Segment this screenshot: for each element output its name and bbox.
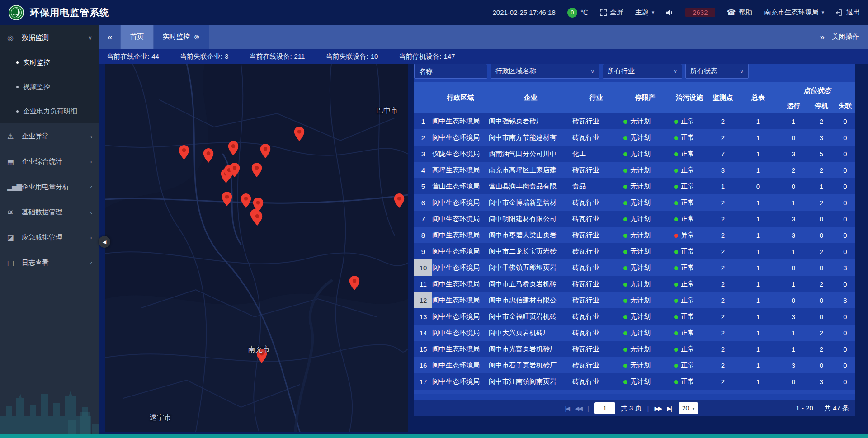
- table-row[interactable]: 14阆中生态环境局阆中大兴页岩机砖厂砖瓦行业无计划正常21120: [414, 325, 855, 341]
- cell-facility: 正常: [670, 194, 708, 211]
- tabs-scroll-left-button[interactable]: «: [99, 25, 120, 49]
- sidebar-item-video-monitor[interactable]: 视频监控: [0, 75, 99, 99]
- cell-region: 阆中生态环境局: [432, 276, 489, 292]
- tab-label: 首页: [130, 33, 144, 41]
- table-row[interactable]: 7阆中生态环境局阆中明阳建材有限公司砖瓦行业无计划正常21300: [414, 211, 855, 227]
- limit-status-label: 无计划: [630, 345, 651, 353]
- theme-dropdown[interactable]: 主题 ▾: [635, 8, 655, 17]
- sidebar-item-data-monitor[interactable]: ◎数据监测∨: [0, 25, 99, 50]
- map-pin[interactable]: [294, 127, 305, 143]
- page-title: 环保用电监管系统: [30, 6, 109, 19]
- cell-run: 1: [779, 341, 808, 357]
- table-row[interactable]: 12阆中生态环境局阆中市忠信建材有限公砖瓦行业无计划正常21003: [414, 292, 855, 308]
- gauge-icon: ◎: [7, 33, 18, 42]
- temperature-unit: ℃: [580, 9, 588, 17]
- table-row[interactable]: 6阆中生态环境局阆中市金博瑞新型墙材砖瓦行业无计划正常21120: [414, 194, 855, 211]
- limit-status-label: 无计划: [630, 264, 651, 271]
- name-filter-input[interactable]: [414, 64, 487, 79]
- next-page-button[interactable]: ▶▶: [654, 405, 661, 412]
- map-collapse-handle[interactable]: ◀: [99, 236, 110, 248]
- sidebar-item-power-load-detail[interactable]: 企业电力负荷明细: [0, 99, 99, 123]
- table-row[interactable]: 2阆中生态环境局阆中市南方节能建材有砖瓦行业无计划正常21030: [414, 129, 855, 146]
- table-row[interactable]: 5营山生态环境局营山县润丰肉食品有限食品无计划正常10010: [414, 178, 855, 194]
- table-row[interactable]: 18南部生态环境局南部县永荣建材有限公砖瓦行业无计划正常21030: [414, 390, 855, 394]
- status-dot-green: [623, 152, 627, 156]
- map-pin[interactable]: [228, 141, 238, 157]
- map-pin[interactable]: [203, 148, 214, 165]
- stat-label: 当前在线企业:: [107, 52, 149, 60]
- announcement-button[interactable]: [666, 9, 674, 16]
- org-dropdown[interactable]: 南充市生态环境局 ▾: [764, 8, 824, 17]
- map-pin[interactable]: [179, 145, 189, 161]
- last-page-button[interactable]: ▶|: [667, 405, 671, 412]
- page-number-input[interactable]: [594, 402, 615, 414]
- table-row[interactable]: 17阆中生态环境局阆中市江南镇阆南页岩砖瓦行业无计划正常21030: [414, 373, 855, 390]
- map-pin[interactable]: [260, 144, 271, 160]
- table-row[interactable]: 3仪陇生态环境局西南油气田分公司川中化工无计划正常71350: [414, 146, 855, 162]
- help-button[interactable]: ☎ 帮助: [727, 8, 753, 17]
- alarm-count-badge[interactable]: 2632: [685, 8, 715, 17]
- cell-no: 16: [414, 357, 432, 373]
- table-row[interactable]: 8阆中生态环境局阆中市枣碧大梁山页岩砖瓦行业无计划异常21300: [414, 227, 855, 243]
- cell-meters: 1: [737, 211, 779, 227]
- cell-region: 营山生态环境局: [432, 178, 489, 194]
- cell-points: 2: [708, 357, 737, 373]
- cell-points: 2: [708, 227, 737, 243]
- fullscreen-icon: [600, 9, 607, 16]
- tabs-scroll-right-button[interactable]: »: [820, 32, 825, 42]
- first-page-button[interactable]: |◀: [565, 405, 569, 412]
- sidebar-item-enterprise-statistics[interactable]: ▦企业综合统计‹: [0, 149, 99, 174]
- sidebar-item-power-analysis[interactable]: ▂▅▇企业用电量分析‹: [0, 174, 99, 199]
- limit-status-label: 无计划: [630, 394, 651, 395]
- record-range-label: 1 - 20: [796, 404, 813, 412]
- map-pin[interactable]: [394, 193, 404, 210]
- map-pin[interactable]: [230, 163, 240, 179]
- cell-company: 阆中市江南镇阆南页岩: [489, 373, 572, 390]
- bullet-icon: [16, 110, 19, 113]
- table-row[interactable]: 11阆中生态环境局阆中市五马桥页岩机砖砖瓦行业无计划正常21120: [414, 276, 855, 292]
- map-pin[interactable]: [252, 163, 262, 179]
- map-pin[interactable]: [349, 276, 360, 292]
- sidebar-item-base-data[interactable]: ≋基础数据管理‹: [0, 199, 99, 225]
- facility-status-label: 正常: [681, 329, 694, 336]
- map-pin[interactable]: [222, 192, 232, 208]
- map-pin[interactable]: [252, 211, 263, 227]
- table-row[interactable]: 15阆中生态环境局阆中市光富页岩机砖厂砖瓦行业无计划正常21120: [414, 341, 855, 357]
- table-row[interactable]: 16阆中生态环境局阆中市石子页岩机砖厂砖瓦行业无计划正常21300: [414, 357, 855, 373]
- sidebar-item-realtime-monitor[interactable]: 实时监控: [0, 50, 99, 75]
- stat-label: 当前停机设备:: [399, 52, 441, 60]
- region-filter-select[interactable]: 行政区域名称 ∨: [491, 64, 599, 79]
- table-row[interactable]: 4高坪生态环境局南充市高坪区王家店建砖瓦行业无计划正常31220: [414, 162, 855, 178]
- page-size-select[interactable]: 20 ▾: [679, 402, 698, 414]
- close-icon[interactable]: ⊗: [194, 33, 200, 41]
- table-row[interactable]: 10阆中生态环境局阆中千佛镇五郎垭页岩砖瓦行业无计划正常21003: [414, 259, 855, 276]
- logout-button[interactable]: 退出: [836, 8, 860, 17]
- sidebar-group-power-analysis: ▂▅▇企业用电量分析‹: [0, 174, 99, 199]
- sidebar-item-enterprise-abnormal[interactable]: ⚠企业异常‹: [0, 123, 99, 149]
- prev-page-button[interactable]: ◀◀: [575, 405, 582, 412]
- map[interactable]: 巴中市南充市遂宁市: [105, 64, 408, 432]
- cell-points: 2: [708, 390, 737, 394]
- industry-filter-select[interactable]: 所有行业 ∨: [603, 64, 682, 79]
- cell-points: 2: [708, 194, 737, 211]
- cell-offline: 0: [835, 373, 855, 390]
- cell-company: 阆中市金福旺页岩机砖: [489, 308, 572, 325]
- status-filter-select[interactable]: 所有状态 ∨: [685, 64, 749, 79]
- status-dot-green: [623, 283, 627, 287]
- table-row[interactable]: 1阆中生态环境局阆中强锐页岩砖厂砖瓦行业无计划正常21120: [414, 113, 855, 129]
- cell-offline: 0: [835, 276, 855, 292]
- facility-status-label: 正常: [681, 198, 694, 206]
- tab-home[interactable]: 首页: [121, 25, 153, 49]
- tab-realtime-monitor[interactable]: 实时监控⊗: [154, 25, 209, 49]
- table-row[interactable]: 13阆中生态环境局阆中市金福旺页岩机砖砖瓦行业无计划正常21300: [414, 308, 855, 325]
- sidebar-item-log-view[interactable]: ▤日志查看‹: [0, 250, 99, 275]
- cell-offline: 0: [835, 243, 855, 259]
- sidebar-item-emergency-reduction[interactable]: ◪应急减排管理‹: [0, 225, 99, 250]
- cell-limit: 无计划: [620, 341, 670, 357]
- map-pin[interactable]: [241, 193, 251, 210]
- cell-facility: 正常: [670, 276, 708, 292]
- table-row[interactable]: 9阆中生态环境局阆中市二龙长宝页岩砖砖瓦行业无计划正常21120: [414, 243, 855, 259]
- close-operations-menu[interactable]: 关闭操作: [832, 33, 859, 41]
- cell-region: 仪陇生态环境局: [432, 146, 489, 162]
- fullscreen-button[interactable]: 全屏: [600, 8, 623, 17]
